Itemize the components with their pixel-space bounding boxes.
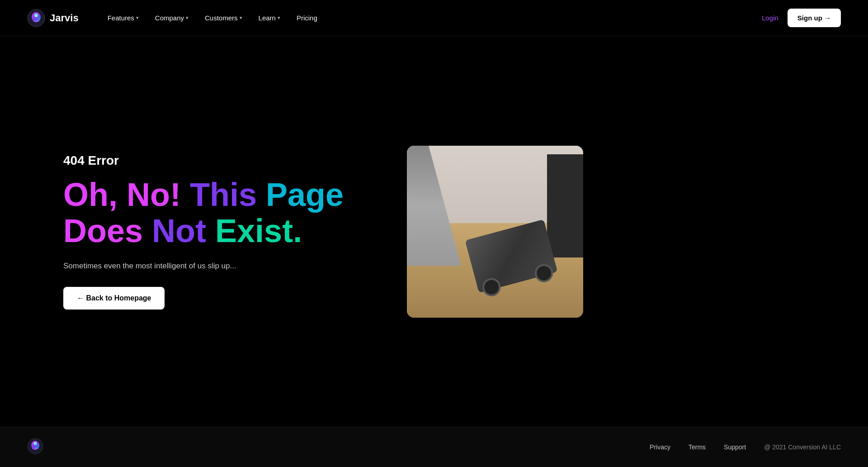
logo-icon	[27, 9, 45, 27]
footer-terms-link[interactable]: Terms	[689, 443, 706, 451]
title-word-does: Does	[63, 213, 143, 249]
nav-links: Features ▾ Company ▾ Customers ▾ Learn ▾…	[101, 10, 762, 25]
chevron-down-icon: ▾	[240, 15, 242, 21]
title-word-oh: Oh,	[63, 176, 118, 213]
furniture	[547, 154, 583, 257]
error-content: 404 Error Oh, No! This Page Does Not Exi…	[63, 153, 371, 309]
title-word-no: No!	[127, 176, 181, 213]
footer-support-link[interactable]: Support	[724, 443, 746, 451]
signup-button[interactable]: Sign up →	[788, 9, 841, 27]
nav-learn[interactable]: Learn ▾	[252, 10, 287, 25]
footer-copyright: @ 2021 Conversion AI LLC	[764, 443, 841, 451]
error-image	[407, 146, 583, 318]
error-code: 404 Error	[63, 153, 371, 168]
footer: Privacy Terms Support @ 2021 Conversion …	[0, 427, 868, 467]
nav-pricing[interactable]: Pricing	[290, 10, 324, 25]
title-word-page: Page	[266, 176, 344, 213]
title-word-this: This	[190, 176, 257, 213]
footer-logo-icon	[27, 438, 43, 454]
error-subtitle: Sometimes even the most intelligent of u…	[63, 262, 371, 271]
brand-name: Jarvis	[50, 12, 79, 24]
error-title: Oh, No! This Page Does Not Exist.	[63, 177, 371, 248]
nav-actions: Login Sign up →	[762, 9, 841, 27]
nav-features[interactable]: Features ▾	[101, 10, 145, 25]
navbar: Jarvis Features ▾ Company ▾ Customers ▾ …	[0, 0, 868, 36]
title-word-exist: Exist.	[215, 213, 302, 249]
login-button[interactable]: Login	[762, 14, 778, 22]
chevron-down-icon: ▾	[186, 15, 189, 21]
svg-point-5	[34, 442, 37, 445]
back-to-homepage-button[interactable]: ← Back to Homepage	[63, 287, 165, 310]
footer-links: Privacy Terms Support @ 2021 Conversion …	[650, 443, 841, 451]
footer-privacy-link[interactable]: Privacy	[650, 443, 670, 451]
nav-customers[interactable]: Customers ▾	[198, 10, 249, 25]
main-content: 404 Error Oh, No! This Page Does Not Exi…	[0, 36, 868, 427]
nav-company[interactable]: Company ▾	[149, 10, 195, 25]
chevron-down-icon: ▾	[136, 15, 139, 21]
fallen-robot-image	[407, 146, 583, 318]
svg-point-2	[34, 14, 38, 17]
title-word-not: Not	[152, 213, 206, 249]
footer-logo-wrap	[27, 438, 43, 456]
logo-link[interactable]: Jarvis	[27, 9, 79, 27]
chevron-down-icon: ▾	[278, 15, 280, 21]
